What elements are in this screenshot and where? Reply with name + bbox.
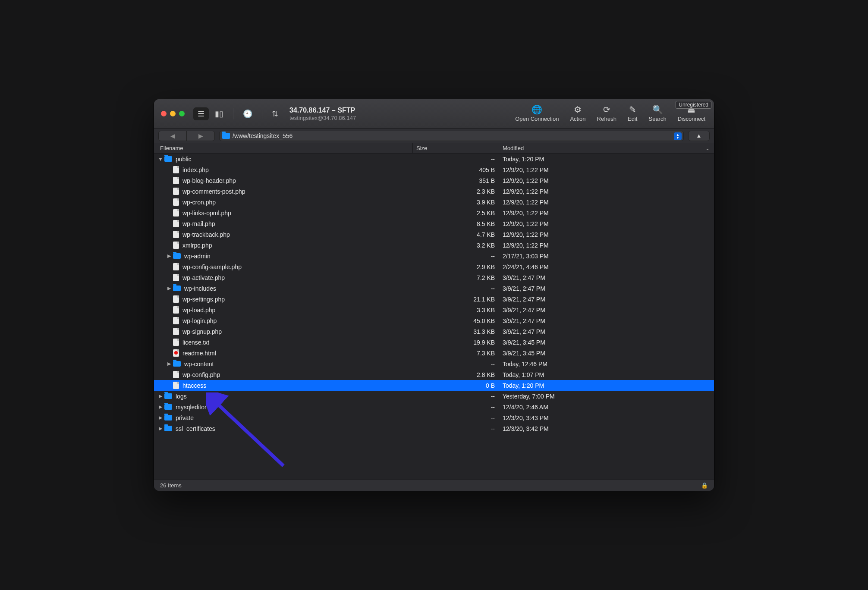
table-row[interactable]: ▶wp-settings.php21.1 KB3/9/21, 2:47 PM <box>154 294 714 304</box>
table-row[interactable]: ▶wp-content--Today, 12:46 PM <box>154 358 714 369</box>
column-size[interactable]: Size <box>413 143 499 153</box>
action-button[interactable]: ⚙︎ Action <box>570 105 585 122</box>
nav-back-button[interactable]: ◀ <box>159 132 186 139</box>
cell-modified: 12/4/20, 2:46 AM <box>499 404 714 411</box>
column-label: Filename <box>160 145 183 151</box>
column-filename[interactable]: Filename <box>154 143 413 153</box>
disclosure-triangle-icon[interactable]: ▼ <box>157 157 164 162</box>
cell-size: 8.5 KB <box>413 220 499 227</box>
table-row[interactable]: ▶index.php405 B12/9/20, 1:22 PM <box>154 164 714 175</box>
filename-text: mysqleditor <box>176 404 207 411</box>
table-row[interactable]: ▶wp-config-sample.php2.9 KB2/24/21, 4:46… <box>154 261 714 272</box>
disclosure-triangle-icon[interactable]: ▶ <box>157 426 164 431</box>
cell-size: 0 B <box>413 382 499 389</box>
disclosure-triangle-icon[interactable]: ▶ <box>157 404 164 410</box>
nav-history-buttons: ◀ ▶ <box>158 131 215 141</box>
cell-modified: 3/9/21, 2:47 PM <box>499 328 714 335</box>
toolbar-label: Disconnect <box>678 116 705 122</box>
refresh-icon: ⟳ <box>603 105 610 114</box>
cell-size: 4.7 KB <box>413 231 499 238</box>
disclosure-triangle-icon[interactable]: ▶ <box>166 361 172 367</box>
cell-filename: ▶mysqleditor <box>154 402 413 412</box>
file-icon <box>173 328 179 335</box>
table-row[interactable]: ▶wp-links-opml.php2.5 KB12/9/20, 1:22 PM <box>154 207 714 218</box>
cell-modified: 12/3/20, 3:42 PM <box>499 425 714 432</box>
table-row[interactable]: ▶wp-config.php2.8 KBToday, 1:07 PM <box>154 369 714 380</box>
bookmarks-button[interactable]: ▮▯ <box>211 107 228 120</box>
history-button[interactable]: 🕘 <box>239 107 257 120</box>
table-row[interactable]: ▶wp-includes--3/9/21, 2:47 PM <box>154 283 714 294</box>
nav-forward-button[interactable]: ▶ <box>187 132 214 139</box>
table-row[interactable]: ▶wp-admin--2/17/21, 3:03 PM <box>154 251 714 261</box>
table-row[interactable]: ▶htaccess0 BToday, 1:20 PM <box>154 380 714 391</box>
search-button[interactable]: 🔍 Search <box>648 105 666 122</box>
lock-icon: 🔒 <box>701 482 708 489</box>
table-row[interactable]: ▶wp-comments-post.php2.3 KB12/9/20, 1:22… <box>154 186 714 197</box>
file-icon <box>173 317 179 324</box>
table-row[interactable]: ▶mysqleditor--12/4/20, 2:46 AM <box>154 402 714 412</box>
transfer-button[interactable]: ⇅ <box>267 107 283 120</box>
disclosure-triangle-icon[interactable]: ▶ <box>166 286 172 291</box>
table-row[interactable]: ▶wp-blog-header.php351 B12/9/20, 1:22 PM <box>154 175 714 186</box>
navbar: ◀ ▶ /www/testingsitex_556 ▲▼ ▲ <box>154 129 714 143</box>
toolbar-label: Action <box>570 116 585 122</box>
filename-text: wp-load.php <box>182 307 215 314</box>
transfer-icon: ⇅ <box>272 109 278 119</box>
cell-size: 351 B <box>413 177 499 184</box>
file-icon <box>173 263 179 270</box>
path-dropdown[interactable]: /www/testingsitex_556 ▲▼ <box>219 131 684 141</box>
toolbar-label: Open Connection <box>515 116 559 122</box>
table-row[interactable]: ▶wp-login.php45.0 KB3/9/21, 2:47 PM <box>154 315 714 326</box>
view-toggle-button[interactable]: ☰ <box>193 107 209 120</box>
cell-modified: 12/9/20, 1:22 PM <box>499 199 714 206</box>
cell-filename: ▼public <box>154 154 413 164</box>
cell-size: 19.9 KB <box>413 339 499 346</box>
item-count: 26 Items <box>160 482 182 489</box>
open-connection-button[interactable]: 🌐 Open Connection <box>515 105 559 122</box>
cell-modified: 2/17/21, 3:03 PM <box>499 253 714 260</box>
filename-text: public <box>176 156 192 163</box>
cell-size: -- <box>413 393 499 400</box>
disclosure-triangle-icon[interactable]: ▶ <box>157 415 164 421</box>
table-row[interactable]: ▶wp-signup.php31.3 KB3/9/21, 2:47 PM <box>154 326 714 337</box>
minimize-window-button[interactable] <box>170 111 176 116</box>
cell-filename: ▶wp-signup.php <box>154 326 413 337</box>
edit-button[interactable]: ✎ Edit <box>628 105 637 122</box>
cell-filename: ▶htaccess <box>154 380 413 391</box>
table-row[interactable]: ▶logs--Yesterday, 7:00 PM <box>154 391 714 402</box>
table-row[interactable]: ▶license.txt19.9 KB3/9/21, 3:45 PM <box>154 337 714 348</box>
cell-size: -- <box>413 414 499 421</box>
table-row[interactable]: ▶wp-mail.php8.5 KB12/9/20, 1:22 PM <box>154 218 714 229</box>
cell-filename: ▶wp-mail.php <box>154 218 413 229</box>
cell-modified: 12/9/20, 1:22 PM <box>499 210 714 217</box>
file-icon <box>173 166 179 173</box>
toolbar-label: Refresh <box>597 116 617 122</box>
filename-text: readme.html <box>182 350 216 357</box>
cell-filename: ▶wp-blog-header.php <box>154 175 413 186</box>
filename-text: wp-mail.php <box>182 220 215 227</box>
refresh-button[interactable]: ⟳ Refresh <box>597 105 617 122</box>
cell-size: -- <box>413 285 499 292</box>
go-up-button[interactable]: ▲ <box>688 131 710 141</box>
table-row[interactable]: ▶ssl_certificates--12/3/20, 3:42 PM <box>154 423 714 434</box>
column-modified[interactable]: Modified ⌄ <box>499 143 714 153</box>
pencil-icon: ✎ <box>629 105 636 114</box>
folder-icon <box>222 133 230 139</box>
cell-size: 7.2 KB <box>413 274 499 281</box>
table-row[interactable]: ▶xmlrpc.php3.2 KB12/9/20, 1:22 PM <box>154 240 714 251</box>
table-row[interactable]: ▶wp-load.php3.3 KB3/9/21, 2:47 PM <box>154 304 714 315</box>
table-row[interactable]: ▶wp-activate.php7.2 KB3/9/21, 2:47 PM <box>154 272 714 283</box>
window-controls <box>161 111 185 116</box>
table-row[interactable]: ▶wp-cron.php3.9 KB12/9/20, 1:22 PM <box>154 197 714 207</box>
close-window-button[interactable] <box>161 111 167 116</box>
disclosure-triangle-icon[interactable]: ▶ <box>157 393 164 399</box>
dropdown-arrows-icon: ▲▼ <box>674 132 682 140</box>
disclosure-triangle-icon[interactable]: ▶ <box>166 253 172 259</box>
zoom-window-button[interactable] <box>179 111 185 116</box>
file-list[interactable]: ▼public--Today, 1:20 PM▶index.php405 B12… <box>154 154 714 480</box>
table-row[interactable]: ▶private--12/3/20, 3:43 PM <box>154 412 714 423</box>
unregistered-badge: Unregistered <box>676 101 711 109</box>
table-row[interactable]: ▼public--Today, 1:20 PM <box>154 154 714 164</box>
table-row[interactable]: ▶readme.html7.3 KB3/9/21, 3:45 PM <box>154 348 714 358</box>
table-row[interactable]: ▶wp-trackback.php4.7 KB12/9/20, 1:22 PM <box>154 229 714 240</box>
